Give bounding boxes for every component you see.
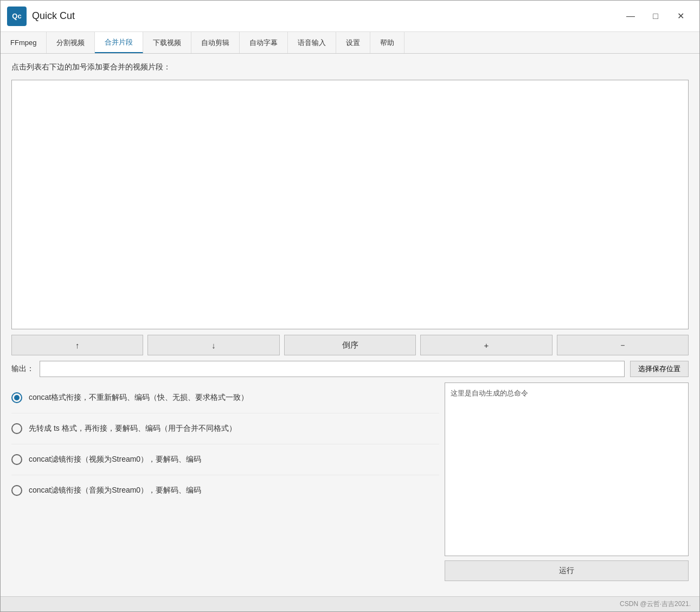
- title-bar: Qc Quick Cut — □ ✕: [1, 1, 699, 32]
- radio-option-concat-filter-audio[interactable]: concat滤镜衔接（音频为Stream0），要解码、编码: [11, 475, 439, 506]
- radio-option-concat-format[interactable]: concat格式衔接，不重新解码、编码（快、无损、要求格式一致）: [11, 382, 439, 413]
- close-button[interactable]: ✕: [668, 8, 693, 25]
- move-up-button[interactable]: ↑: [11, 335, 143, 355]
- window-controls: — □ ✕: [618, 8, 693, 25]
- file-list-area[interactable]: [11, 80, 689, 329]
- maximize-button[interactable]: □: [643, 8, 668, 25]
- toolbar-row: ↑ ↓ 倒序 + －: [11, 335, 689, 355]
- menu-item-auto-edit[interactable]: 自动剪辑: [191, 32, 240, 53]
- menu-item-settings[interactable]: 设置: [336, 32, 370, 53]
- bottom-section: concat格式衔接，不重新解码、编码（快、无损、要求格式一致） 先转成 ts …: [11, 382, 689, 581]
- reverse-button[interactable]: 倒序: [284, 335, 416, 355]
- main-content: 点击列表右下边的加号添加要合并的视频片段： ↑ ↓ 倒序 + － 输出： 选择保…: [1, 54, 699, 596]
- app-logo: Qc: [7, 7, 27, 26]
- radio-option-concat-filter-video[interactable]: concat滤镜衔接（视频为Stream0），要解码、编码: [11, 444, 439, 475]
- remove-button[interactable]: －: [557, 335, 689, 355]
- menu-item-help[interactable]: 帮助: [370, 32, 404, 53]
- add-button[interactable]: +: [420, 335, 552, 355]
- menu-item-voice-input[interactable]: 语音输入: [288, 32, 336, 53]
- radio-circle-concat-filter-audio[interactable]: [11, 485, 22, 496]
- menu-item-auto-subtitle[interactable]: 自动字幕: [240, 32, 288, 53]
- menu-bar: FFmpeg 分割视频 合并片段 下载视频 自动剪辑 自动字幕 语音输入 设置 …: [1, 32, 699, 54]
- output-input[interactable]: [40, 361, 625, 377]
- command-box[interactable]: 这里是自动生成的总命令: [445, 382, 689, 556]
- radio-label-concat-filter-audio: concat滤镜衔接（音频为Stream0），要解码、编码: [29, 486, 201, 495]
- radio-label-concat-filter-video: concat滤镜衔接（视频为Stream0），要解码、编码: [29, 455, 201, 464]
- output-label: 输出：: [11, 364, 34, 374]
- save-location-button[interactable]: 选择保存位置: [630, 361, 689, 377]
- instruction-text: 点击列表右下边的加号添加要合并的视频片段：: [11, 62, 689, 72]
- footer: CSDN @云哲·吉吉2021.: [1, 596, 699, 611]
- menu-item-merge-clips[interactable]: 合并片段: [95, 32, 143, 53]
- radio-label-concat-format: concat格式衔接，不重新解码、编码（快、无损、要求格式一致）: [29, 393, 248, 403]
- menu-item-split-video[interactable]: 分割视频: [47, 32, 95, 53]
- radio-circle-concat-filter-video[interactable]: [11, 454, 22, 465]
- output-row: 输出： 选择保存位置: [11, 361, 689, 377]
- command-area: 这里是自动生成的总命令 运行: [445, 382, 689, 581]
- radio-circle-concat-format[interactable]: [11, 392, 22, 403]
- radio-circle-ts-format[interactable]: [11, 423, 22, 434]
- move-down-button[interactable]: ↓: [147, 335, 279, 355]
- radio-option-ts-format[interactable]: 先转成 ts 格式，再衔接，要解码、编码（用于合并不同格式）: [11, 413, 439, 444]
- main-window: Qc Quick Cut — □ ✕ FFmpeg 分割视频 合并片段 下载视频…: [0, 0, 700, 612]
- radio-options: concat格式衔接，不重新解码、编码（快、无损、要求格式一致） 先转成 ts …: [11, 382, 439, 506]
- footer-text: CSDN @云哲·吉吉2021.: [620, 600, 691, 609]
- command-placeholder-text: 这里是自动生成的总命令: [451, 389, 528, 397]
- run-button[interactable]: 运行: [445, 560, 689, 581]
- app-title: Quick Cut: [32, 10, 618, 22]
- radio-label-ts-format: 先转成 ts 格式，再衔接，要解码、编码（用于合并不同格式）: [29, 424, 236, 433]
- minimize-button[interactable]: —: [618, 8, 643, 25]
- menu-item-ffmpeg[interactable]: FFmpeg: [1, 32, 47, 53]
- menu-item-download-video[interactable]: 下载视频: [143, 32, 191, 53]
